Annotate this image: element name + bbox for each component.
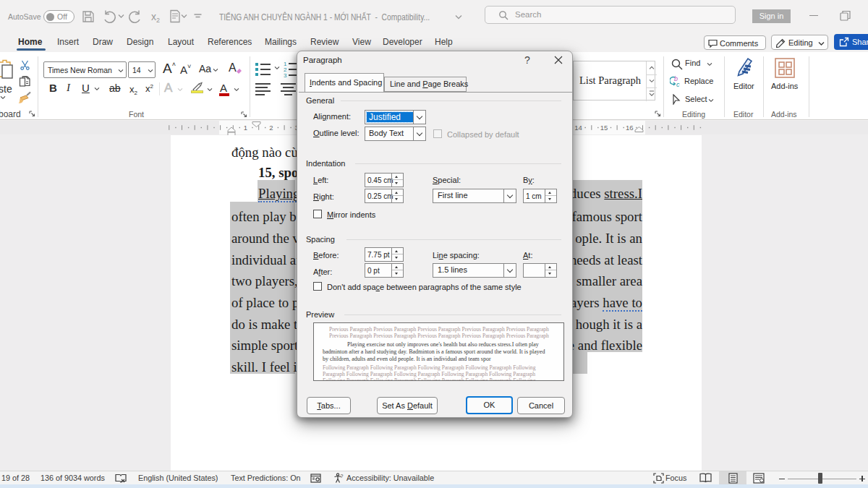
svg-text:2: 2 — [269, 124, 273, 132]
svg-text:c: c — [676, 81, 680, 87]
svg-text:15: 15 — [600, 124, 608, 132]
svg-text:?: ? — [341, 474, 344, 479]
svg-text:1: 1 — [244, 124, 247, 132]
svg-text:3: 3 — [284, 72, 287, 78]
svg-text:16: 16 — [626, 124, 634, 132]
svg-text:14: 14 — [574, 124, 582, 132]
